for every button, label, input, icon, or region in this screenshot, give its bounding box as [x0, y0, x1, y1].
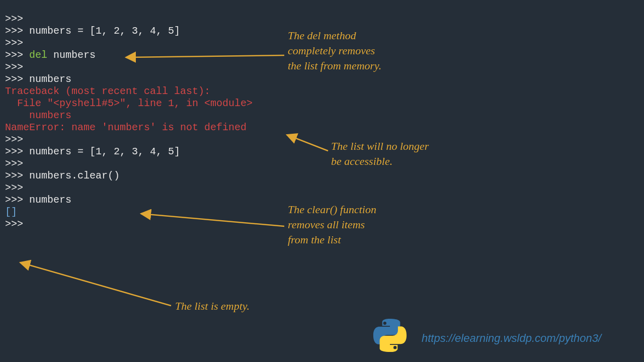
python-logo-icon: [372, 318, 408, 353]
traceback-line: File "<pyshell#5>", line 1, in <module>: [5, 98, 253, 109]
code-line: >>> numbers: [5, 194, 71, 206]
prompt: >>>: [5, 13, 23, 25]
traceback-line: NameError: name 'numbers' is not defined: [5, 122, 247, 133]
keyword-del: del: [29, 49, 47, 61]
code-line: >>> numbers = [1, 2, 3, 4, 5]: [5, 146, 180, 157]
annotation-empty: The list is empty.: [175, 299, 250, 314]
prompt: >>>: [5, 49, 29, 61]
prompt: >>>: [5, 182, 23, 194]
annotation-accessible: The list will no longer be accessible.: [331, 139, 429, 169]
traceback-line: Traceback (most recent call last):: [5, 85, 210, 97]
source-url: https://elearning.wsldp.com/python3/: [422, 332, 601, 345]
annotation-clear: The clear() function removes all items f…: [288, 202, 376, 247]
annotation-del: The del method completely removes the li…: [288, 28, 381, 73]
identifier: numbers: [47, 49, 96, 61]
code-line: >>> numbers = [1, 2, 3, 4, 5]: [5, 25, 180, 37]
prompt: >>>: [5, 218, 23, 230]
output-line: []: [5, 206, 17, 218]
prompt: >>>: [5, 37, 23, 49]
prompt: >>>: [5, 134, 23, 145]
prompt: >>>: [5, 61, 23, 73]
arrow-icon: [20, 262, 171, 306]
arrow-icon: [287, 135, 328, 151]
code-line: >>> numbers: [5, 73, 71, 85]
traceback-line: numbers: [5, 110, 71, 121]
prompt: >>>: [5, 158, 23, 169]
code-line: >>> del numbers: [5, 49, 96, 61]
python-shell: >>> >>> numbers = [1, 2, 3, 4, 5] >>> >>…: [5, 1, 253, 230]
code-line: >>> numbers.clear(): [5, 170, 120, 182]
